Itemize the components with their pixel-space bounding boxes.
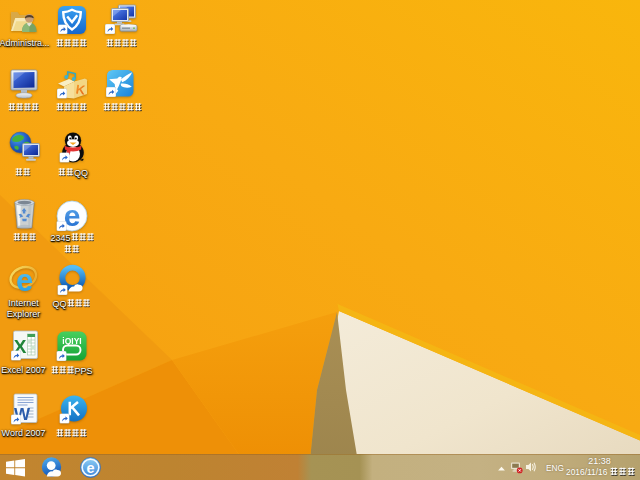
svg-text:K: K bbox=[75, 81, 87, 97]
svg-text:e: e bbox=[16, 264, 33, 296]
svg-text:e: e bbox=[86, 460, 94, 476]
svg-text:iQIYI: iQIYI bbox=[62, 336, 81, 346]
